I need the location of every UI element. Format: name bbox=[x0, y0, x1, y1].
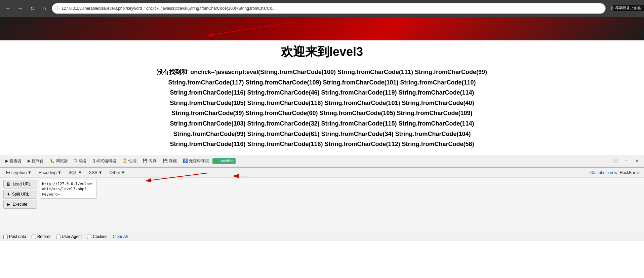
devtools-toolbar: ▶ 查看器 ▶ 控制台 🐛 调试器 ⇅ 网络 {} 样式编辑器 ⏳ 性能 💾 内… bbox=[0, 155, 644, 167]
content-line4: String.fromCharCode(105) String.fromChar… bbox=[7, 98, 637, 108]
content-line2: String.fromCharCode(117) String.fromChar… bbox=[7, 77, 637, 88]
contribute-link[interactable]: Contribute now! bbox=[590, 170, 618, 175]
post-data-check[interactable] bbox=[3, 235, 8, 239]
accessibility-icon: ♿ bbox=[183, 159, 188, 163]
inspector-icon: ▶ bbox=[5, 159, 8, 163]
mobile-bar: 移动设备上的输 bbox=[613, 5, 644, 11]
xss-dropdown-icon: ▼ bbox=[98, 170, 103, 175]
detach-button[interactable]: ⬜ bbox=[610, 157, 620, 165]
style-icon: {} bbox=[92, 159, 95, 163]
tab-hackbar[interactable]: ⬤ HackBar bbox=[212, 158, 236, 164]
reload-button[interactable]: ↻ bbox=[28, 4, 37, 13]
content-line8: String.fromCharCode(116) String.fromChar… bbox=[7, 139, 637, 149]
browser-chrome: ← → ↻ ⌂ ⓘ 127.0.0.1/vulnerable/xss/level… bbox=[0, 0, 644, 17]
referer-checkbox[interactable]: Referer bbox=[32, 234, 51, 239]
load-url-icon: 🗎 bbox=[6, 181, 11, 187]
execute-icon: ► bbox=[6, 202, 11, 207]
back-button[interactable]: ← bbox=[3, 4, 13, 13]
debugger-icon: 🐛 bbox=[50, 159, 55, 163]
hackbar-version: HackBar v2 bbox=[620, 170, 641, 175]
hackbar-url-wrapper bbox=[40, 180, 641, 230]
sql-dropdown-icon: ▼ bbox=[78, 170, 82, 175]
content-line5: String.fromCharCode(39) String.fromCharC… bbox=[7, 108, 637, 118]
memory-icon: 💾 bbox=[143, 159, 148, 163]
console-icon: ▶ bbox=[28, 159, 31, 163]
cookies-check[interactable] bbox=[87, 235, 91, 239]
referer-check[interactable] bbox=[32, 235, 36, 239]
top-background bbox=[0, 17, 644, 40]
address-text: 127.0.0.1/vulnerable/xss/level3.php?keyw… bbox=[62, 6, 602, 11]
home-button[interactable]: ⌂ bbox=[40, 4, 49, 13]
user-agent-checkbox[interactable]: User Agent bbox=[56, 234, 82, 239]
encoding-dropdown-icon: ▼ bbox=[57, 170, 62, 175]
hackbar-url-area: 🗎 Load URL ✈ Split URL ► Execute bbox=[0, 178, 644, 232]
menu-encoding[interactable]: Encoding ▼ bbox=[36, 169, 64, 176]
execute-button[interactable]: ► Execute bbox=[3, 200, 37, 209]
content-line6: String.fromCharCode(103) String.fromChar… bbox=[7, 118, 637, 129]
tab-debugger[interactable]: 🐛 调试器 bbox=[47, 157, 71, 165]
security-icon: ⓘ bbox=[55, 6, 59, 11]
page-title: 欢迎来到level3 bbox=[7, 44, 637, 60]
devtools-more-button[interactable]: ⋯ bbox=[622, 157, 631, 165]
hackbar-options: Post data Referer User Agent Cookies Cle… bbox=[0, 232, 644, 241]
content-line3: String.fromCharCode(116) String.fromChar… bbox=[7, 88, 637, 98]
menu-other[interactable]: Other ▼ bbox=[107, 169, 128, 176]
content-line7: String.fromCharCode(99) String.fromCharC… bbox=[7, 129, 637, 139]
url-input[interactable] bbox=[40, 180, 96, 199]
load-url-button[interactable]: 🗎 Load URL bbox=[3, 180, 37, 188]
performance-icon: ⏳ bbox=[122, 159, 127, 163]
hackbar-contribute-area: Contribute now! HackBar v2 bbox=[590, 170, 641, 175]
tab-style-editor[interactable]: {} 样式编辑器 bbox=[90, 157, 119, 165]
other-dropdown-icon: ▼ bbox=[121, 170, 125, 175]
network-icon: ⇅ bbox=[74, 159, 77, 163]
svg-line-0 bbox=[208, 22, 296, 35]
hackbar-menu: Encryption ▼ Encoding ▼ SQL ▼ XSS ▼ Othe… bbox=[0, 168, 644, 178]
content-line1: 没有找到和' onclick='javascript:eval(String.f… bbox=[7, 67, 637, 77]
main-content: 欢迎来到level3 没有找到和' onclick='javascript:ev… bbox=[0, 40, 644, 155]
post-data-checkbox[interactable]: Post data bbox=[3, 234, 26, 239]
address-bar[interactable]: ⓘ 127.0.0.1/vulnerable/xss/level3.php?ke… bbox=[52, 3, 606, 14]
hackbar-actions: 🗎 Load URL ✈ Split URL ► Execute bbox=[3, 180, 37, 230]
menu-xss[interactable]: XSS ▼ bbox=[86, 169, 105, 176]
storage-icon: 💾 bbox=[163, 159, 168, 163]
content-text: 没有找到和' onclick='javascript:eval(String.f… bbox=[7, 67, 637, 149]
clear-all-button[interactable]: Clear All bbox=[113, 234, 128, 239]
tab-inspector[interactable]: ▶ 查看器 bbox=[3, 157, 24, 165]
menu-sql[interactable]: SQL ▼ bbox=[66, 169, 85, 176]
forward-button[interactable]: → bbox=[15, 4, 25, 13]
split-url-button[interactable]: ✈ Split URL bbox=[3, 190, 37, 199]
hackbar-dot-icon: ⬤ bbox=[214, 159, 218, 163]
hackbar-panel: Encryption ▼ Encoding ▼ SQL ▼ XSS ▼ Othe… bbox=[0, 167, 644, 241]
tab-accessibility[interactable]: ♿ 无障碍环境 bbox=[180, 157, 212, 165]
cookies-checkbox[interactable]: Cookies bbox=[87, 234, 107, 239]
devtools-close-button[interactable]: ✕ bbox=[633, 157, 641, 165]
encryption-dropdown-icon: ▼ bbox=[27, 170, 32, 175]
menu-encryption[interactable]: Encryption ▼ bbox=[3, 169, 34, 176]
tab-network[interactable]: ⇅ 网络 bbox=[71, 157, 89, 165]
split-url-icon: ✈ bbox=[6, 192, 10, 197]
user-agent-check[interactable] bbox=[56, 235, 61, 239]
tab-console[interactable]: ▶ 控制台 bbox=[25, 157, 46, 165]
tab-memory[interactable]: 💾 内存 bbox=[140, 157, 159, 165]
tab-performance[interactable]: ⏳ 性能 bbox=[120, 157, 139, 165]
devtools-right-icons: ⬜ ⋯ ✕ bbox=[610, 157, 641, 165]
tab-storage[interactable]: 💾 存储 bbox=[160, 157, 179, 165]
